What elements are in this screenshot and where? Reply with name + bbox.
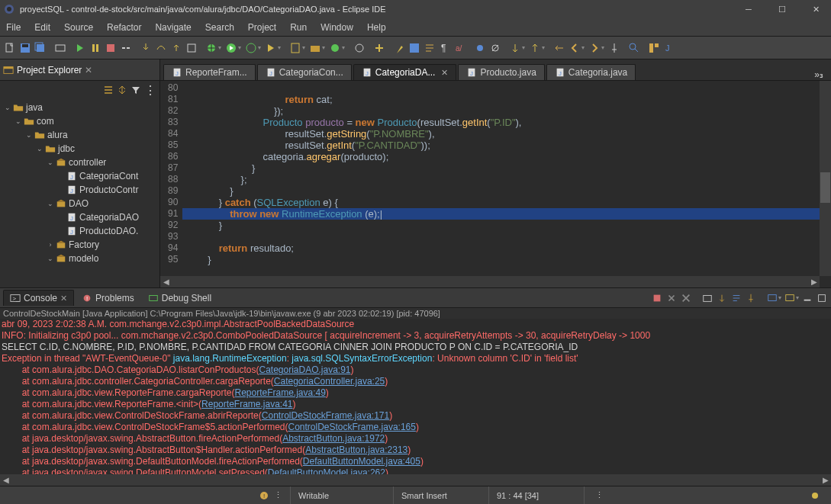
close-button[interactable]: ✕ [804, 2, 828, 17]
remove-icon[interactable] [665, 292, 678, 304]
open-console-icon[interactable] [784, 292, 796, 304]
scroll-right-icon[interactable]: ▶ [820, 476, 831, 484]
step-return-icon[interactable] [169, 41, 183, 55]
stop-icon[interactable] [104, 41, 118, 55]
editor-tab-reportefram[interactable]: JReporteFram... [163, 64, 256, 80]
menu-window[interactable]: Window [320, 22, 353, 33]
tree-item-categoriacont[interactable]: JCategoriaCont [0, 169, 159, 183]
editor-tab-categoriajava[interactable]: JCategoria.java [546, 64, 636, 80]
prev-ann-icon[interactable] [528, 41, 542, 55]
scroll-lock-icon[interactable] [716, 292, 728, 304]
close-icon[interactable]: ✕ [60, 294, 67, 303]
toggle-icon[interactable] [53, 41, 67, 55]
dropdown-icon[interactable]: ▾ [342, 44, 345, 51]
block-icon[interactable] [407, 41, 421, 55]
clear-icon[interactable] [701, 292, 713, 304]
dropdown-icon[interactable]: ▾ [601, 44, 604, 51]
dropdown-icon[interactable]: ▾ [278, 44, 281, 51]
java-persp-icon[interactable]: J [662, 41, 676, 55]
fwd-icon[interactable] [588, 41, 601, 55]
scroll-right-icon[interactable]: ▶ [808, 278, 820, 286]
dropdown-icon[interactable]: ▾ [258, 44, 261, 51]
dropdown-icon[interactable]: ▾ [796, 294, 799, 301]
editor-tab-productojava[interactable]: JProducto.java [458, 64, 544, 80]
console-body[interactable]: abr 09, 2023 2:02:38 A.M. com.mchange.v2… [0, 319, 831, 474]
menu-edit[interactable]: Edit [34, 22, 50, 33]
status-menu2-icon[interactable]: ⋮ [595, 490, 604, 500]
add-bkpt-icon[interactable] [473, 41, 487, 55]
search-icon[interactable] [627, 41, 641, 55]
scroll-left-icon[interactable]: ◀ [0, 476, 11, 484]
run-icon[interactable] [224, 41, 238, 55]
editor-tab-categoriacon[interactable]: JCategoriaCon... [257, 64, 352, 80]
back-icon[interactable] [568, 41, 581, 55]
new-package-icon[interactable] [308, 41, 322, 55]
tree-item-java[interactable]: ⌄java [0, 101, 159, 114]
pin-icon[interactable] [745, 292, 757, 304]
editor-body[interactable]: 80818283848586878889909192939495 return … [160, 81, 831, 287]
menu-navigate[interactable]: Navigate [155, 22, 191, 33]
console-tab-problems[interactable]: !Problems [76, 291, 140, 306]
link-editor-icon[interactable] [117, 85, 127, 95]
close-icon[interactable]: ✕ [441, 68, 448, 78]
min-icon[interactable] [801, 292, 813, 304]
open-type-icon[interactable] [353, 41, 366, 55]
new-java-icon[interactable] [288, 41, 302, 55]
step-into-icon[interactable] [139, 41, 153, 55]
tree-item-productocontr[interactable]: JProductoContr [0, 183, 159, 197]
more-tabs-icon[interactable]: »₃ [810, 69, 828, 80]
tree-item-controller[interactable]: ⌄controller [0, 156, 159, 169]
new-class-icon[interactable] [328, 41, 342, 55]
step-over-icon[interactable] [154, 41, 168, 55]
disconnect-icon[interactable] [119, 41, 133, 55]
console-scrollbar[interactable]: ◀ ▶ [0, 474, 831, 486]
text-icon[interactable] [423, 41, 436, 55]
word-wrap-icon[interactable] [730, 292, 742, 304]
new-icon[interactable] [3, 41, 17, 55]
tree-item-modelo[interactable]: ⌄modelo [0, 252, 159, 265]
save-all-icon[interactable] [34, 41, 47, 55]
pause-icon[interactable] [89, 41, 102, 55]
new-icon2[interactable] [372, 41, 386, 55]
toggle-ab-icon[interactable]: a/ [453, 41, 467, 55]
status-menu-icon[interactable]: ⋮ [274, 490, 282, 500]
tree-item-factory[interactable]: ›Factory [0, 238, 159, 252]
tip-icon[interactable] [810, 490, 820, 501]
menu-run[interactable]: Run [290, 22, 307, 33]
console-tab-console[interactable]: >_Console✕ [3, 290, 74, 306]
filter-icon[interactable] [130, 85, 141, 95]
dropdown-icon[interactable]: ▾ [542, 44, 545, 51]
horizontal-scrollbar[interactable]: ◀ ▶ [160, 276, 820, 287]
menu-file[interactable]: File [6, 22, 21, 33]
dropdown-icon[interactable]: ▾ [778, 294, 781, 301]
drop-frame-icon[interactable] [185, 41, 198, 55]
whitespace-icon[interactable]: ¶ [438, 41, 452, 55]
last-edit-icon[interactable] [552, 41, 566, 55]
collapse-all-icon[interactable] [103, 85, 114, 95]
vertical-scrollbar[interactable] [820, 81, 831, 276]
dropdown-icon[interactable]: ▾ [238, 44, 241, 51]
save-icon[interactable] [18, 41, 32, 55]
close-icon[interactable]: ✕ [85, 65, 92, 75]
menu-project[interactable]: Project [248, 22, 276, 33]
tree-item-jdbc[interactable]: ⌄jdbc [0, 142, 159, 156]
pin-icon[interactable] [607, 41, 621, 55]
dropdown-icon[interactable]: ▾ [218, 44, 221, 51]
debug-icon[interactable] [205, 41, 218, 55]
menu-help[interactable]: Help [367, 22, 386, 33]
display-icon[interactable] [766, 292, 778, 304]
tree-item-productodao[interactable]: JProductoDAO. [0, 224, 159, 238]
scroll-left-icon[interactable]: ◀ [160, 278, 172, 286]
project-tree[interactable]: ⌄java⌄com⌄alura⌄jdbc⌄controller JCategor… [0, 99, 159, 287]
view-menu-icon[interactable]: ⋮ [144, 83, 156, 98]
console-tab-debugshell[interactable]: Debug Shell [142, 291, 217, 306]
tree-item-dao[interactable]: ⌄DAO [0, 197, 159, 210]
menu-refactor[interactable]: Refactor [107, 22, 141, 33]
run-last-icon[interactable] [264, 41, 278, 55]
menu-source[interactable]: Source [64, 22, 93, 33]
dropdown-icon[interactable]: ▾ [522, 44, 525, 51]
tree-item-alura[interactable]: ⌄alura [0, 128, 159, 142]
notification-icon[interactable]: ! [259, 490, 269, 501]
dropdown-icon[interactable]: ▾ [581, 44, 585, 51]
persp-icon[interactable] [647, 41, 661, 55]
